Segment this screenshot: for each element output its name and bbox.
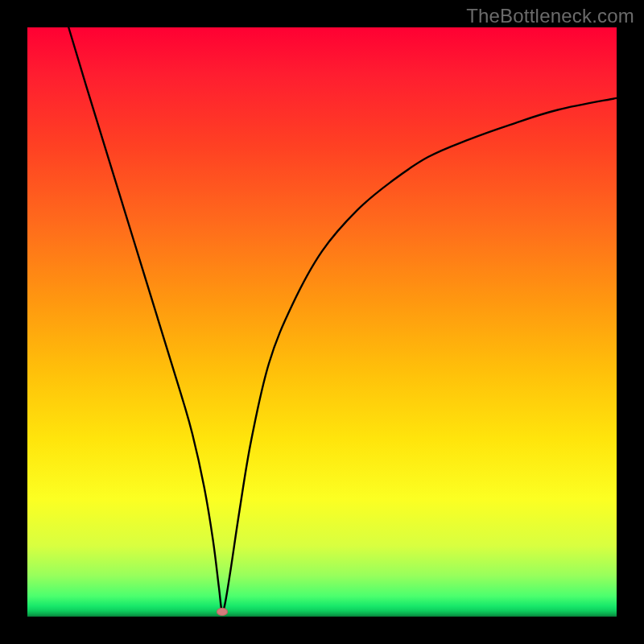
bottleneck-curve	[27, 27, 617, 617]
curve-path	[68, 27, 617, 613]
chart-frame: TheBottleneck.com	[0, 0, 644, 644]
plot-area	[27, 27, 617, 617]
watermark-text: TheBottleneck.com	[466, 5, 634, 27]
minimum-marker	[217, 608, 228, 616]
